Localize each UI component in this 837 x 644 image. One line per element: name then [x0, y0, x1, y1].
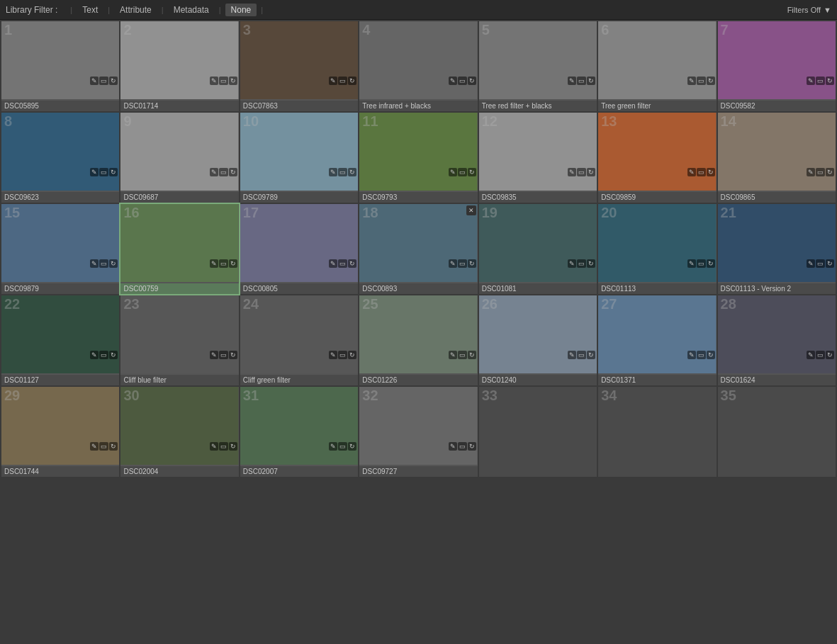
grid-cell-19[interactable]: 19 ✎ ▭ ↻ DSC01081 — [479, 204, 597, 294]
grid-cell-22[interactable]: 22 ✎ ▭ ↻ DSC01127 — [1, 295, 119, 385]
grid-cell-18[interactable]: 18 ✎ ▭ ↻ ✕DSC00893 — [359, 204, 477, 294]
grid-cell-17[interactable]: 17 ✎ ▭ ↻ DSC00805 — [240, 204, 358, 294]
rotate-icon[interactable]: ↻ — [587, 168, 595, 176]
grid-cell-32[interactable]: 32 ✎ ▭ ↻ DSC09727 — [359, 387, 477, 477]
grid-cell-31[interactable]: 31 ✎ ▭ ↻ DSC02007 — [240, 387, 358, 477]
edit-icon[interactable]: ✎ — [807, 77, 815, 85]
edit-icon[interactable]: ✎ — [210, 259, 218, 268]
info-icon[interactable]: ▭ — [816, 351, 825, 359]
grid-cell-1[interactable]: 1 ✎ ▭ ↻ DSC05895 — [1, 21, 119, 111]
edit-icon[interactable]: ✎ — [210, 442, 218, 451]
grid-cell-8[interactable]: 8 ✎ ▭ ↻ DSC09623 — [1, 113, 119, 203]
edit-icon[interactable]: ✎ — [449, 168, 457, 176]
info-icon[interactable]: ▭ — [458, 77, 467, 85]
rotate-icon[interactable]: ↻ — [587, 259, 595, 268]
grid-cell-21[interactable]: 21 ✎ ▭ ↻ DSC01113 - Version 2 — [718, 204, 836, 294]
rotate-icon[interactable]: ↻ — [229, 351, 237, 359]
info-icon[interactable]: ▭ — [577, 168, 586, 176]
rotate-icon[interactable]: ↻ — [707, 77, 715, 85]
info-icon[interactable]: ▭ — [99, 168, 108, 176]
rotate-icon[interactable]: ↻ — [826, 351, 834, 359]
grid-cell-3[interactable]: 3 ✎ ▭ ↻ DSC07863 — [240, 21, 358, 111]
grid-cell-14[interactable]: 14 ✎ ▭ ↻ DSC09865 — [718, 113, 836, 203]
grid-cell-5[interactable]: 5 ✎ ▭ ↻ Tree red filter + blacks — [479, 21, 597, 111]
rotate-icon[interactable]: ↻ — [468, 442, 476, 451]
rotate-icon[interactable]: ↻ — [348, 442, 356, 451]
edit-icon[interactable]: ✎ — [329, 351, 337, 359]
grid-cell-33[interactable]: 33 — [479, 387, 597, 477]
info-icon[interactable]: ▭ — [219, 442, 228, 451]
rotate-icon[interactable]: ↻ — [707, 168, 715, 176]
rotate-icon[interactable]: ↻ — [109, 168, 118, 176]
rotate-icon[interactable]: ↻ — [826, 168, 834, 176]
info-icon[interactable]: ▭ — [577, 77, 586, 85]
grid-cell-25[interactable]: 25 ✎ ▭ ↻ DSC01226 — [359, 295, 477, 385]
edit-icon[interactable]: ✎ — [568, 168, 576, 176]
grid-cell-35[interactable]: 35 — [718, 387, 836, 477]
edit-icon[interactable]: ✎ — [90, 168, 99, 176]
edit-icon[interactable]: ✎ — [210, 168, 218, 176]
edit-icon[interactable]: ✎ — [807, 168, 815, 176]
grid-cell-13[interactable]: 13 ✎ ▭ ↻ DSC09859 — [598, 113, 716, 203]
info-icon[interactable]: ▭ — [458, 259, 467, 268]
edit-icon[interactable]: ✎ — [210, 351, 218, 359]
info-icon[interactable]: ▭ — [458, 168, 467, 176]
grid-cell-30[interactable]: 30 ✎ ▭ ↻ DSC02004 — [120, 387, 238, 477]
info-icon[interactable]: ▭ — [219, 351, 228, 359]
edit-icon[interactable]: ✎ — [329, 77, 337, 85]
rotate-icon[interactable]: ↻ — [587, 77, 595, 85]
grid-cell-10[interactable]: 10 ✎ ▭ ↻ DSC09789 — [240, 113, 358, 203]
none-filter-button[interactable]: None — [225, 4, 257, 16]
info-icon[interactable]: ▭ — [458, 351, 467, 359]
info-icon[interactable]: ▭ — [816, 259, 825, 268]
rotate-icon[interactable]: ↻ — [587, 351, 595, 359]
grid-cell-16[interactable]: 16 ✎ ▭ ↻ DSC00759 — [120, 204, 238, 294]
edit-icon[interactable]: ✎ — [687, 259, 696, 268]
grid-cell-24[interactable]: 24 ✎ ▭ ↻ Cliff green filter — [240, 295, 358, 385]
metadata-filter-button[interactable]: Metadata — [168, 4, 215, 16]
edit-icon[interactable]: ✎ — [807, 259, 815, 268]
edit-icon[interactable]: ✎ — [449, 442, 457, 451]
info-icon[interactable]: ▭ — [697, 77, 706, 85]
rotate-icon[interactable]: ↻ — [707, 351, 715, 359]
info-icon[interactable]: ▭ — [338, 77, 347, 85]
info-icon[interactable]: ▭ — [99, 351, 108, 359]
grid-cell-23[interactable]: 23 ✎ ▭ ↻ Cliff blue filter — [120, 295, 238, 385]
rotate-icon[interactable]: ↻ — [229, 442, 237, 451]
rotate-icon[interactable]: ↻ — [348, 259, 356, 268]
rotate-icon[interactable]: ↻ — [229, 168, 237, 176]
info-icon[interactable]: ▭ — [99, 259, 108, 268]
edit-icon[interactable]: ✎ — [329, 259, 337, 268]
edit-icon[interactable]: ✎ — [449, 351, 457, 359]
rotate-icon[interactable]: ↻ — [826, 77, 834, 85]
edit-icon[interactable]: ✎ — [807, 351, 815, 359]
edit-icon[interactable]: ✎ — [329, 442, 337, 451]
rotate-icon[interactable]: ↻ — [109, 351, 118, 359]
rotate-icon[interactable]: ↻ — [109, 77, 118, 85]
edit-icon[interactable]: ✎ — [90, 351, 99, 359]
rotate-icon[interactable]: ↻ — [348, 351, 356, 359]
info-icon[interactable]: ▭ — [99, 442, 108, 451]
grid-cell-9[interactable]: 9 ✎ ▭ ↻ DSC09687 — [120, 113, 238, 203]
rotate-icon[interactable]: ↻ — [468, 259, 476, 268]
info-icon[interactable]: ▭ — [338, 259, 347, 268]
grid-cell-15[interactable]: 15 ✎ ▭ ↻ DSC09879 — [1, 204, 119, 294]
edit-icon[interactable]: ✎ — [568, 351, 576, 359]
edit-icon[interactable]: ✎ — [568, 259, 576, 268]
rotate-icon[interactable]: ↻ — [229, 259, 237, 268]
rotate-icon[interactable]: ↻ — [468, 351, 476, 359]
filters-off-dropdown[interactable]: Filters Off ▼ — [787, 6, 831, 14]
info-icon[interactable]: ▭ — [338, 351, 347, 359]
rotate-icon[interactable]: ↻ — [707, 259, 715, 268]
rotate-icon[interactable]: ↻ — [348, 168, 356, 176]
info-icon[interactable]: ▭ — [338, 442, 347, 451]
info-icon[interactable]: ▭ — [219, 168, 228, 176]
edit-icon[interactable]: ✎ — [449, 77, 457, 85]
info-icon[interactable]: ▭ — [458, 442, 467, 451]
info-icon[interactable]: ▭ — [577, 259, 586, 268]
rotate-icon[interactable]: ↻ — [229, 77, 237, 85]
rotate-icon[interactable]: ↻ — [468, 168, 476, 176]
info-icon[interactable]: ▭ — [697, 259, 706, 268]
edit-icon[interactable]: ✎ — [687, 168, 696, 176]
grid-cell-20[interactable]: 20 ✎ ▭ ↻ DSC01113 — [598, 204, 716, 294]
